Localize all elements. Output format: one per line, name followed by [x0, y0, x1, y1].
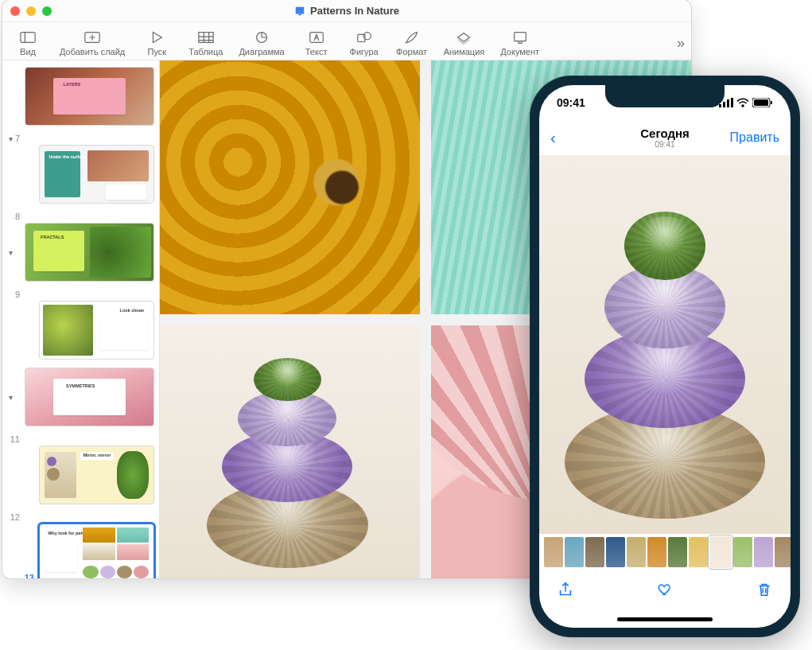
- iphone-screen: 09:41 ‹ Сегодня 09:41 Править: [539, 85, 791, 628]
- toolbar: Вид Добавить слайд Пуск Таблица Диаграмм…: [2, 22, 691, 60]
- chart-button[interactable]: Диаграмма: [239, 29, 284, 56]
- photo-viewer[interactable]: [539, 155, 791, 534]
- toolbar-label: Анимация: [444, 47, 485, 56]
- toolbar-label: Таблица: [188, 47, 223, 56]
- keynote-doc-icon: [294, 6, 305, 17]
- filmstrip-thumb[interactable]: [606, 537, 625, 567]
- slide-navigator[interactable]: LAYERS ▾ 7 Under the surface 8: [2, 60, 160, 578]
- slide-thumb[interactable]: ▾ FRACTALS: [7, 223, 154, 282]
- share-icon: [557, 581, 574, 598]
- window-controls: [10, 6, 52, 16]
- toolbar-label: Вид: [20, 47, 36, 56]
- slide-thumb-row: 11: [7, 434, 154, 444]
- trash-icon: [756, 581, 773, 598]
- add-slide-button[interactable]: Добавить слайд: [60, 29, 125, 56]
- wifi-icon: [736, 98, 749, 107]
- svg-rect-10: [719, 104, 721, 107]
- format-button[interactable]: Формат: [396, 29, 428, 56]
- trash-button[interactable]: [756, 581, 773, 601]
- play-icon: [148, 29, 165, 45]
- shape-button[interactable]: Фигура: [348, 29, 380, 56]
- animation-icon: [455, 29, 472, 45]
- slide-thumb[interactable]: Look closer: [7, 301, 154, 360]
- disclosure-triangle[interactable]: ▾: [6, 393, 15, 402]
- photo-filmstrip[interactable]: [539, 534, 791, 570]
- toolbar-label: Фигура: [350, 47, 379, 56]
- play-button[interactable]: Пуск: [141, 29, 173, 56]
- document-button[interactable]: Документ: [500, 29, 539, 56]
- canvas-image-honeycomb[interactable]: [160, 60, 420, 314]
- slide-thumb-row: 12: [7, 512, 154, 522]
- svg-rect-16: [771, 101, 772, 104]
- slide-number: 12: [7, 512, 20, 522]
- home-indicator[interactable]: [539, 610, 791, 628]
- slide-thumb[interactable]: ▾ SYMMETRIES: [7, 368, 154, 426]
- maximize-button[interactable]: [42, 6, 52, 16]
- text-icon: [308, 29, 325, 45]
- disclosure-triangle[interactable]: ▾: [6, 134, 15, 143]
- filmstrip-thumb[interactable]: [544, 537, 563, 567]
- canvas-image-urchins[interactable]: [160, 325, 420, 579]
- slide-thumb-selected[interactable]: 13 Why look for patterns?: [7, 524, 154, 578]
- filmstrip-thumb[interactable]: [709, 536, 732, 568]
- svg-rect-2: [21, 33, 35, 43]
- toolbar-overflow[interactable]: »: [677, 35, 685, 52]
- text-button[interactable]: Текст: [301, 29, 332, 56]
- toolbar-label: Добавить слайд: [60, 47, 125, 56]
- status-time: 09:41: [557, 96, 585, 109]
- table-button[interactable]: Таблица: [188, 29, 223, 56]
- minimize-button[interactable]: [26, 6, 36, 16]
- slide-number: 9: [7, 290, 20, 299]
- slide-thumb-row: ▾ 7: [7, 134, 154, 143]
- titlebar: Patterns In Nature: [2, 0, 691, 22]
- filmstrip-thumb[interactable]: [627, 537, 646, 567]
- document-icon: [511, 29, 529, 45]
- photos-toolbar: [539, 570, 791, 610]
- filmstrip-thumb[interactable]: [754, 537, 773, 567]
- status-indicators: [719, 98, 773, 107]
- slide-thumb[interactable]: Under the surface: [7, 145, 154, 204]
- share-button[interactable]: [557, 581, 574, 601]
- battery-icon: [752, 98, 773, 107]
- slide-number: 11: [7, 434, 20, 444]
- toolbar-label: Формат: [396, 47, 427, 56]
- slide-thumb-row: 9: [7, 290, 154, 299]
- view-icon: [19, 29, 37, 45]
- svg-rect-6: [309, 33, 323, 43]
- slide-thumb[interactable]: LAYERS: [7, 67, 154, 126]
- svg-rect-4: [199, 33, 213, 43]
- back-button[interactable]: ‹: [550, 129, 556, 147]
- shape-icon: [355, 29, 373, 45]
- filmstrip-thumb[interactable]: [585, 537, 604, 567]
- svg-rect-15: [754, 99, 768, 106]
- chart-icon: [253, 29, 270, 45]
- notch: [605, 85, 725, 107]
- heart-icon: [656, 581, 674, 598]
- slide-number: 8: [7, 212, 20, 221]
- toolbar-label: Пуск: [147, 47, 166, 56]
- close-button[interactable]: [10, 6, 20, 16]
- toolbar-label: Документ: [500, 47, 539, 56]
- filmstrip-thumb[interactable]: [668, 537, 687, 567]
- disclosure-triangle[interactable]: ▾: [6, 248, 15, 257]
- svg-rect-1: [298, 14, 301, 15]
- filmstrip-thumb[interactable]: [775, 537, 791, 567]
- view-button[interactable]: Вид: [12, 29, 44, 56]
- document-title: Patterns In Nature: [294, 5, 399, 17]
- slide-thumb[interactable]: Mirror, mirror: [7, 446, 154, 504]
- toolbar-label: Текст: [305, 47, 328, 56]
- svg-rect-13: [731, 98, 733, 107]
- favorite-button[interactable]: [656, 581, 674, 601]
- svg-rect-0: [296, 6, 305, 14]
- table-icon: [197, 29, 215, 45]
- toolbar-label: Диаграмма: [239, 47, 284, 56]
- animation-button[interactable]: Анимация: [444, 29, 485, 56]
- brush-icon: [403, 29, 421, 45]
- filmstrip-thumb[interactable]: [647, 537, 666, 567]
- filmstrip-thumb[interactable]: [733, 537, 752, 567]
- edit-button[interactable]: Править: [730, 130, 779, 145]
- filmstrip-thumb[interactable]: [689, 537, 708, 567]
- svg-rect-9: [514, 33, 526, 41]
- svg-rect-11: [723, 102, 725, 107]
- filmstrip-thumb[interactable]: [565, 537, 584, 567]
